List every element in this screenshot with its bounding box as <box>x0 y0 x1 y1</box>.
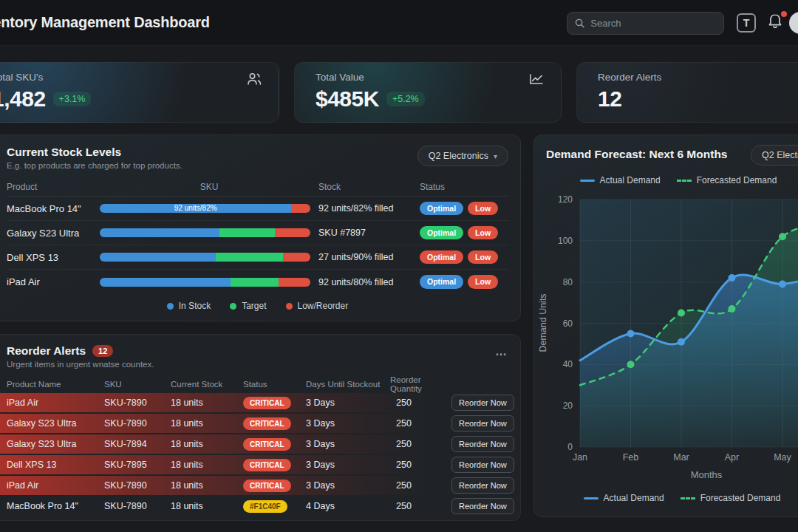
filter-label: Q2 Electronics <box>762 150 798 160</box>
status-cell: CRITICAL <box>243 480 306 491</box>
panel-subtitle: Urgent items in urgent wnatse countex. <box>7 360 508 369</box>
reorder-table-row: iPad AirSKU-789018 unitsCRITICAL3 Days25… <box>0 476 520 495</box>
legend-label: Forecasted Demand <box>700 493 781 503</box>
sku: SKU-7890 <box>104 480 171 491</box>
svg-text:Feb: Feb <box>623 452 639 463</box>
status-pill: Low <box>468 275 498 289</box>
chart-filter-dropdown[interactable]: Q2 Electronics ▾ <box>751 145 798 166</box>
reorder-now-button[interactable]: Reorder Now <box>451 477 514 494</box>
svg-text:Demand Units: Demand Units <box>538 293 548 352</box>
status-cell: OptimalLow <box>420 226 508 240</box>
reorder-quantity: 250 <box>390 460 451 470</box>
status-pill: #F1C40F <box>243 500 287 513</box>
legend-label: Low/Reorder <box>298 301 349 311</box>
stock-bar <box>100 228 310 237</box>
search-input[interactable] <box>590 18 716 29</box>
bar-segment-green <box>216 253 283 262</box>
actual-line-sample <box>584 497 598 499</box>
notification-dot <box>781 11 787 17</box>
avatar[interactable] <box>789 12 798 34</box>
status-pill: CRITICAL <box>243 397 291 409</box>
actual-line-sample <box>580 180 595 182</box>
days-until-stockout: 3 Days <box>306 418 390 429</box>
chart-legend-top: Actual Demand Forecasted Demand <box>564 175 793 185</box>
status-pill: CRITICAL <box>243 438 291 451</box>
kpi-label: Total SKU's <box>0 72 43 83</box>
current-stock: 18 units <box>171 460 243 470</box>
demand-forecast-panel: Demand Forecast: Next 6 Months Q2 Electr… <box>533 134 798 517</box>
sku: SKU-7894 <box>104 439 171 449</box>
status-cell: CRITICAL <box>243 439 306 449</box>
reorder-now-button[interactable]: Reorder Now <box>451 498 514 514</box>
current-stock: 18 units <box>171 398 243 408</box>
kpi-label: Reorder Alerts <box>598 72 661 83</box>
more-options-icon[interactable]: … <box>495 345 508 358</box>
status-pill: Optimal <box>420 226 463 240</box>
legend-label: Forecasted Demand <box>697 175 777 185</box>
filter-label: Q2 Electronics <box>429 151 488 161</box>
reorder-quantity: 250 <box>390 418 451 429</box>
reorder-table-row: Dell XPS 13SKU-789518 unitsCRITICAL3 Day… <box>0 455 520 474</box>
svg-text:40: 40 <box>563 359 573 369</box>
reorder-table-row: iPad AirSKU-789018 unitsCRITICAL3 Days25… <box>0 393 520 412</box>
stock-table-row: MacBook Pro 14"92 units/82%92 units/82% … <box>7 197 508 221</box>
stock-rows: MacBook Pro 14"92 units/82%92 units/82% … <box>7 197 508 294</box>
stock-filter-dropdown[interactable]: Q2 Electronics ▾ <box>417 146 508 166</box>
col-sku: SKU <box>104 380 171 389</box>
status-pill: Low <box>468 250 498 265</box>
bar-segment-green <box>231 278 279 287</box>
svg-text:Mar: Mar <box>673 452 689 463</box>
reorder-table-row: MacBook Pro 14"SKU-789018 units#F1C40F4 … <box>0 497 520 516</box>
stock-table-row: Galaxy S23 UltraSKU #7897OptimalLow <box>7 221 508 245</box>
svg-text:100: 100 <box>558 236 573 246</box>
days-until-stockout: 3 Days <box>306 480 390 491</box>
days-until-stockout: 4 Days <box>306 501 390 511</box>
status-cell: OptimalLow <box>420 202 508 216</box>
reorder-now-button[interactable]: Reorder Now <box>451 436 514 452</box>
reorder-quantity: 250 <box>390 398 451 408</box>
reorder-now-button[interactable]: Reorder Now <box>451 415 514 432</box>
legend-item: Target <box>230 301 266 311</box>
sku: SKU-7890 <box>104 418 171 429</box>
col-status: Status <box>420 182 508 192</box>
stock-table-row: Dell XPS 1327 units/90% filledOptimalLow <box>7 245 508 270</box>
stock-text: 27 units/90% filled <box>318 252 420 262</box>
col-product: Product <box>7 182 100 192</box>
current-stock: 18 units <box>171 418 243 429</box>
stock-bar <box>100 253 310 262</box>
svg-text:20: 20 <box>563 400 573 411</box>
reorder-table-header: Product Name SKU Current Stock Status Da… <box>7 375 508 393</box>
notifications-button[interactable] <box>767 13 786 33</box>
kpi-trend-badge: +3.1% <box>53 92 92 106</box>
status-cell: CRITICAL <box>243 418 306 429</box>
current-stock: 18 units <box>171 480 243 491</box>
status-pill: Low <box>468 226 498 240</box>
days-until-stockout: 3 Days <box>306 439 390 449</box>
product-name: iPad Air <box>7 480 104 491</box>
sku: SKU-7890 <box>104 501 171 511</box>
status-pill: Low <box>468 202 498 216</box>
legend-label: Target <box>242 301 266 311</box>
sku: SKU-7890 <box>104 398 171 408</box>
status-cell: CRITICAL <box>243 398 306 408</box>
chart-legend-bottom: Actual Demand Forecasted Demand <box>556 493 798 503</box>
svg-text:Apr: Apr <box>725 452 739 463</box>
reorder-now-button[interactable]: Reorder Now <box>451 457 514 473</box>
bar-segment-red <box>279 278 310 287</box>
col-sku: SKU <box>100 182 318 192</box>
text-tool-icon[interactable]: T <box>737 13 756 33</box>
col-reorder-quantity: Reorder Quantity <box>390 375 451 393</box>
legend-label: Actual Demand <box>604 493 664 503</box>
users-icon <box>246 72 262 86</box>
status-cell: #F1C40F <box>243 501 306 511</box>
reorder-quantity: 250 <box>390 480 451 491</box>
status-cell: OptimalLow <box>420 275 508 289</box>
stock-bar: 92 units/82% <box>100 204 310 213</box>
status-pill: Optimal <box>420 250 463 265</box>
legend-label: In Stock <box>179 301 211 311</box>
reorder-now-button[interactable]: Reorder Now <box>451 395 514 411</box>
search-box[interactable] <box>567 12 724 35</box>
status-cell: CRITICAL <box>243 460 306 470</box>
col-status: Status <box>243 380 306 389</box>
product-name: Galaxy S23 Ultra <box>7 418 104 429</box>
